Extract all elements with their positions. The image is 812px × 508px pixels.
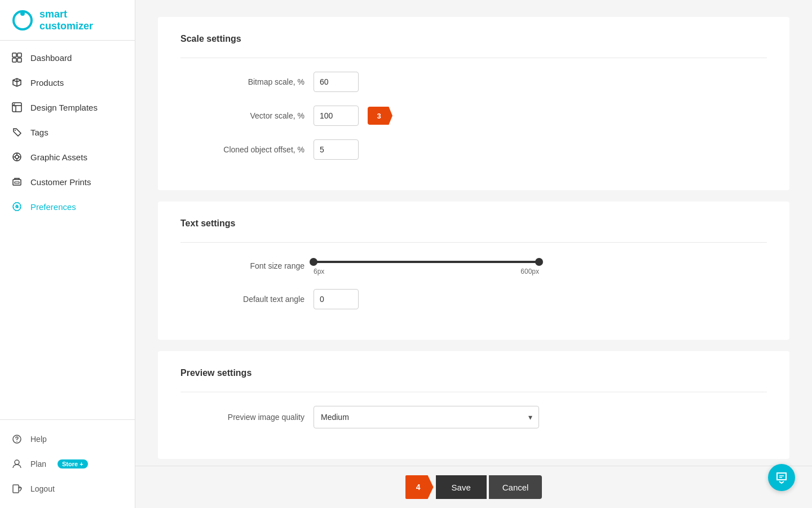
sidebar-item-label: Dashboard — [30, 53, 72, 63]
range-labels: 6px 600px — [314, 268, 539, 275]
design-templates-icon — [11, 102, 23, 113]
customer-prints-icon — [11, 176, 23, 187]
svg-point-11 — [15, 155, 19, 159]
vector-scale-label: Vector scale, % — [180, 111, 304, 120]
range-max-label: 600px — [520, 268, 539, 275]
save-button[interactable]: Save — [436, 475, 487, 499]
font-size-range-container: 6px 600px — [314, 256, 539, 275]
bitmap-scale-label: Bitmap scale, % — [180, 77, 304, 86]
vector-scale-input[interactable] — [314, 106, 359, 126]
sidebar-item-label: Logout — [30, 484, 55, 493]
default-text-angle-input[interactable] — [314, 289, 359, 309]
sidebar: smart customizer Dashboard Products Desi… — [0, 0, 135, 508]
scale-settings-title: Scale settings — [180, 34, 767, 44]
bitmap-scale-row: Bitmap scale, % — [180, 72, 767, 92]
svg-point-20 — [16, 441, 17, 442]
sidebar-item-label: Design Templates — [30, 103, 98, 112]
cancel-button[interactable]: Cancel — [489, 475, 542, 499]
font-size-range-row: Font size range 6px 600px — [180, 256, 767, 275]
range-slider-track[interactable] — [314, 261, 539, 263]
sidebar-item-help[interactable]: Help — [0, 427, 135, 452]
sidebar-item-customer-prints[interactable]: Customer Prints — [0, 169, 135, 194]
bitmap-scale-input[interactable] — [314, 72, 359, 92]
sidebar-item-label: Customer Prints — [30, 177, 91, 187]
plan-badge: Store + — [58, 459, 88, 468]
cloned-offset-input[interactable] — [314, 139, 359, 160]
vector-scale-row: Vector scale, % 3 — [180, 106, 767, 126]
svg-rect-17 — [15, 182, 19, 183]
sidebar-item-preferences[interactable]: Preferences — [0, 194, 135, 219]
graphic-assets-icon — [11, 151, 23, 163]
svg-point-1 — [20, 11, 25, 16]
cloned-offset-label: Cloned object offset, % — [180, 145, 304, 154]
preview-quality-row: Preview image quality Low Medium High — [180, 406, 767, 428]
range-thumb-min[interactable] — [310, 258, 317, 266]
app-name: smart customizer — [39, 8, 123, 32]
sidebar-bottom: Help Plan Store + Logout — [0, 419, 135, 508]
preview-quality-label: Preview image quality — [180, 413, 304, 422]
preview-quality-select-wrapper: Low Medium High — [314, 406, 539, 428]
action-bar: 4 Save Cancel — [135, 466, 812, 508]
svg-rect-16 — [13, 179, 21, 185]
preferences-icon — [11, 201, 23, 212]
cloned-offset-row: Cloned object offset, % — [180, 139, 767, 160]
sidebar-item-tags[interactable]: Tags — [0, 120, 135, 144]
svg-rect-4 — [12, 58, 16, 62]
sidebar-item-label: Plan — [30, 459, 46, 468]
range-thumb-max[interactable] — [535, 258, 543, 266]
sidebar-item-label: Graphic Assets — [30, 152, 87, 162]
sidebar-item-label: Preferences — [30, 202, 76, 212]
sidebar-item-plan[interactable]: Plan Store + — [0, 452, 135, 476]
app-logo-icon — [11, 9, 34, 32]
svg-point-21 — [15, 460, 19, 465]
tags-icon — [11, 126, 23, 138]
default-text-angle-label: Default text angle — [180, 295, 304, 304]
font-size-range-label: Font size range — [180, 261, 304, 270]
range-min-label: 6px — [314, 268, 324, 275]
sidebar-item-label: Help — [30, 435, 47, 444]
main-nav: Dashboard Products Design Templates Tags — [0, 41, 135, 419]
chat-fab-button[interactable] — [768, 464, 795, 491]
vector-scale-badge: 3 — [368, 107, 392, 125]
svg-rect-6 — [12, 103, 21, 112]
sidebar-item-graphic-assets[interactable]: Graphic Assets — [0, 144, 135, 169]
chat-icon — [775, 471, 788, 484]
content-area: Scale settings Bitmap scale, % Vector sc… — [135, 0, 812, 466]
preview-quality-select[interactable]: Low Medium High — [314, 406, 539, 428]
sidebar-item-label: Tags — [30, 128, 48, 137]
svg-rect-22 — [13, 485, 19, 493]
logo-area: smart customizer — [0, 0, 135, 41]
dashboard-icon — [11, 52, 23, 63]
svg-point-9 — [15, 130, 16, 131]
preview-settings-title: Preview settings — [180, 368, 767, 378]
plan-icon — [11, 458, 23, 470]
step-badge: 4 — [405, 475, 434, 499]
sidebar-item-dashboard[interactable]: Dashboard — [0, 45, 135, 70]
default-text-angle-row: Default text angle — [180, 289, 767, 309]
main-content: Scale settings Bitmap scale, % Vector sc… — [135, 0, 812, 508]
svg-rect-3 — [17, 53, 21, 57]
scale-settings-panel: Scale settings Bitmap scale, % Vector sc… — [158, 17, 789, 190]
sidebar-item-design-templates[interactable]: Design Templates — [0, 95, 135, 120]
text-settings-title: Text settings — [180, 218, 767, 229]
svg-rect-5 — [17, 58, 21, 62]
text-settings-panel: Text settings Font size range 6px 600px — [158, 202, 789, 340]
sidebar-item-label: Products — [30, 78, 64, 87]
sidebar-item-logout[interactable]: Logout — [0, 476, 135, 501]
svg-rect-2 — [12, 53, 16, 57]
preview-settings-panel: Preview settings Preview image quality L… — [158, 351, 789, 459]
logout-icon — [11, 483, 23, 494]
sidebar-item-products[interactable]: Products — [0, 70, 135, 95]
help-icon — [11, 433, 23, 445]
products-icon — [11, 77, 23, 88]
